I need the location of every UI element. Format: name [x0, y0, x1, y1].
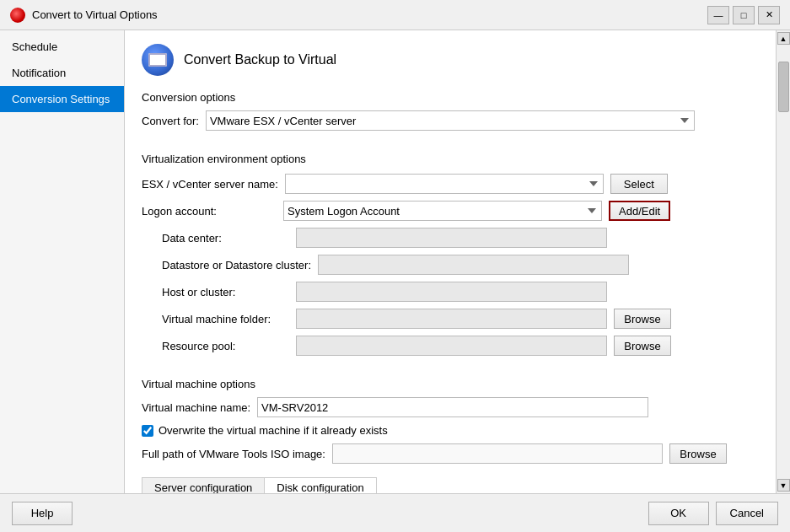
- select-button[interactable]: Select: [610, 174, 668, 194]
- ok-button[interactable]: OK: [648, 502, 709, 525]
- resource-pool-row: Resource pool: Browse: [142, 336, 759, 356]
- overwrite-checkbox[interactable]: [142, 425, 153, 437]
- tab-disk-configuration[interactable]: Disk configuration: [264, 477, 376, 493]
- datacenter-row: Data center:: [142, 228, 759, 248]
- sidebar: Schedule Notification Conversion Setting…: [0, 30, 125, 493]
- host-input[interactable]: [296, 282, 607, 302]
- browse-iso-button[interactable]: Browse: [669, 443, 727, 464]
- iso-input[interactable]: [332, 443, 663, 464]
- virtualization-env-section: Virtualization environment options ESX /…: [142, 153, 759, 363]
- vm-name-input[interactable]: [257, 397, 648, 417]
- bottom-bar: Help OK Cancel: [0, 493, 790, 532]
- maximize-button[interactable]: □: [733, 6, 755, 24]
- logon-row: Logon account: System Logon Account Add/…: [142, 201, 759, 221]
- app-icon: [10, 8, 25, 23]
- cancel-button[interactable]: Cancel: [716, 502, 778, 525]
- title-bar-buttons: — □ ✕: [707, 6, 780, 24]
- browse-folder-button[interactable]: Browse: [614, 309, 671, 329]
- main-container: Schedule Notification Conversion Setting…: [0, 30, 790, 493]
- scrollbar-down-arrow[interactable]: ▼: [777, 479, 790, 492]
- content-area: Convert Backup to Virtual Conversion opt…: [125, 30, 776, 493]
- resource-pool-input[interactable]: [296, 336, 607, 356]
- bottom-bar-right: OK Cancel: [648, 502, 778, 525]
- browse-pool-button[interactable]: Browse: [614, 336, 671, 356]
- vm-options-section: Virtual machine options Virtual machine …: [142, 374, 759, 472]
- esx-label: ESX / vCenter server name:: [142, 178, 278, 191]
- host-label: Host or cluster:: [142, 286, 289, 298]
- virt-section-title: Virtualization environment options: [142, 153, 759, 165]
- page-header: Convert Backup to Virtual: [142, 44, 759, 76]
- conversion-options-label: Conversion options: [142, 91, 759, 104]
- esx-select[interactable]: [285, 174, 604, 194]
- resource-pool-label: Resource pool:: [142, 340, 289, 352]
- page-header-icon: [142, 44, 174, 76]
- vm-folder-label: Virtual machine folder:: [142, 313, 289, 325]
- vm-name-label: Virtual machine name:: [142, 401, 250, 414]
- host-row: Host or cluster:: [142, 282, 759, 302]
- convert-for-row: Convert for: VMware ESX / vCenter server…: [142, 110, 759, 131]
- title-bar: Convert to Virtual Options — □ ✕: [0, 0, 790, 30]
- datastore-label: Datastore or Datastore cluster:: [142, 259, 311, 271]
- iso-label: Full path of VMware Tools ISO image:: [142, 448, 325, 460]
- addedit-button[interactable]: Add/Edit: [609, 201, 670, 221]
- vm-options-label: Virtual machine options: [142, 378, 759, 390]
- datacenter-input[interactable]: [296, 228, 607, 248]
- scrollbar-thumb[interactable]: [778, 62, 789, 112]
- logon-label: Logon account:: [142, 205, 277, 218]
- vm-name-row: Virtual machine name:: [142, 397, 759, 417]
- page-header-title: Convert Backup to Virtual: [184, 52, 336, 67]
- datacenter-label: Data center:: [142, 232, 289, 245]
- sidebar-item-conversion-settings[interactable]: Conversion Settings: [0, 86, 124, 112]
- vm-folder-input[interactable]: [296, 309, 607, 329]
- iso-row: Full path of VMware Tools ISO image: Bro…: [142, 443, 759, 464]
- sidebar-item-notification[interactable]: Notification: [0, 60, 124, 86]
- convert-for-select[interactable]: VMware ESX / vCenter server VMware Works…: [206, 110, 695, 131]
- tabs-container: Server configuration Disk configuration: [142, 477, 759, 493]
- window-title: Convert to Virtual Options: [32, 8, 707, 21]
- scrollbar-track[interactable]: ▲ ▼: [776, 30, 790, 493]
- logon-select[interactable]: System Logon Account: [283, 201, 602, 221]
- help-button[interactable]: Help: [12, 502, 73, 525]
- scrollbar-up-arrow[interactable]: ▲: [777, 32, 790, 45]
- datastore-row: Datastore or Datastore cluster:: [142, 255, 759, 275]
- overwrite-row: Overwrite the virtual machine if it alre…: [142, 424, 759, 437]
- overwrite-label: Overwrite the virtual machine if it alre…: [159, 424, 388, 437]
- esx-row: ESX / vCenter server name: Select: [142, 174, 759, 194]
- convert-for-label: Convert for:: [142, 115, 199, 127]
- datastore-input[interactable]: [318, 255, 629, 275]
- close-button[interactable]: ✕: [758, 6, 780, 24]
- minimize-button[interactable]: —: [707, 6, 729, 24]
- sidebar-item-schedule[interactable]: Schedule: [0, 34, 124, 60]
- tab-server-configuration[interactable]: Server configuration: [142, 477, 265, 493]
- conversion-options-section: Conversion options Convert for: VMware E…: [142, 88, 759, 142]
- vm-folder-row: Virtual machine folder: Browse: [142, 309, 759, 329]
